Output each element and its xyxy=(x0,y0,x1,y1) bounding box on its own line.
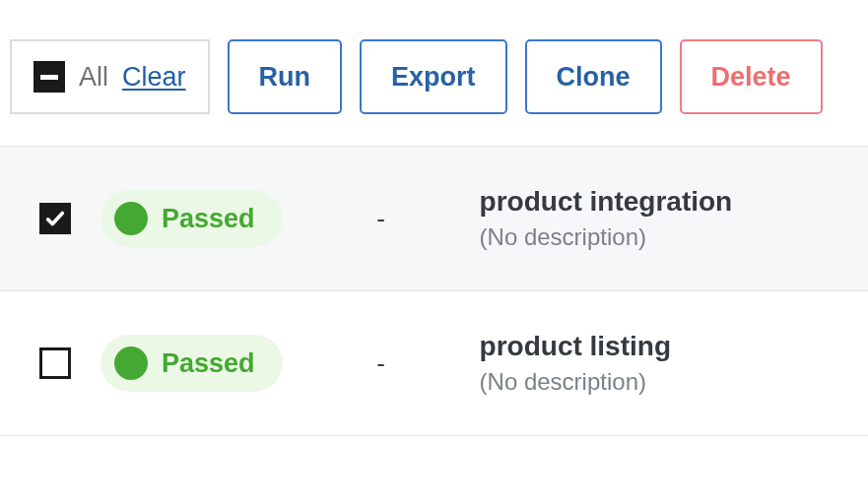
check-icon xyxy=(44,208,66,229)
row-title: product integration xyxy=(480,186,733,218)
row-checkbox[interactable] xyxy=(39,203,71,234)
run-button[interactable]: Run xyxy=(228,39,342,114)
dash-cell: - xyxy=(312,204,450,234)
row-description: (No description) xyxy=(480,368,671,396)
table-row[interactable]: Passed - product listing (No description… xyxy=(0,291,868,436)
row-description: (No description) xyxy=(480,223,733,251)
row-content: product listing (No description) xyxy=(480,331,671,396)
check-circle-icon xyxy=(114,202,148,235)
export-button[interactable]: Export xyxy=(360,39,507,114)
row-title: product listing xyxy=(480,331,671,362)
minus-icon xyxy=(40,75,58,80)
all-label: All xyxy=(79,62,108,93)
rows-list: Passed - product integration (No descrip… xyxy=(0,146,868,436)
status-label: Passed xyxy=(162,348,255,379)
delete-button[interactable]: Delete xyxy=(680,39,823,114)
table-row[interactable]: Passed - product integration (No descrip… xyxy=(0,147,868,291)
status-label: Passed xyxy=(162,204,255,234)
dash-cell: - xyxy=(312,348,450,379)
toolbar: All Clear Run Export Clone Delete xyxy=(0,0,868,146)
status-badge: Passed xyxy=(100,190,283,247)
row-checkbox[interactable] xyxy=(39,347,71,379)
clear-link[interactable]: Clear xyxy=(122,62,186,93)
select-all-checkbox-indeterminate[interactable] xyxy=(33,61,65,93)
clone-button[interactable]: Clone xyxy=(525,39,662,114)
row-content: product integration (No description) xyxy=(480,186,733,251)
status-badge: Passed xyxy=(100,335,283,392)
check-circle-icon xyxy=(114,346,148,380)
selection-group: All Clear xyxy=(10,39,210,114)
